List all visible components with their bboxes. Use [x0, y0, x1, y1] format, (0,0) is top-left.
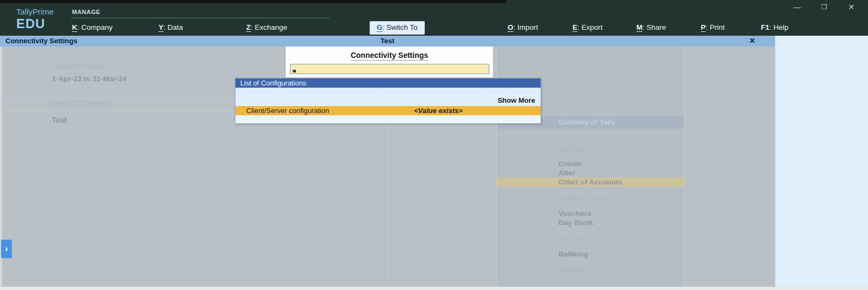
restore-icon[interactable]: ❐ [817, 1, 831, 13]
current-period-label: CURRENT PERIOD [50, 64, 106, 70]
current-period-value: 1-Apr-23 to 31-Mar-24 [52, 75, 127, 83]
menu-item-share[interactable]: M: Share [636, 23, 666, 31]
app-top-bar: TallyPrime EDU MANAGE K: Company Y: Data… [0, 0, 868, 36]
transactions-section-label: TRANSACTIONS [558, 196, 608, 202]
gateway-item-banking: BaNking [558, 250, 588, 258]
menu-item-import[interactable]: O: Import [508, 23, 538, 31]
configuration-input[interactable] [290, 64, 489, 74]
menu-item-print[interactable]: P: Print [701, 23, 725, 31]
menu-item-export[interactable]: E: Export [573, 23, 603, 31]
menu-item-switch-to[interactable]: G: Switch To [370, 22, 424, 34]
dialog-title: Connectivity Settings [286, 51, 493, 60]
text-cursor [293, 70, 296, 72]
gateway-item-chart-of-accounts: CHart of Accounts [558, 178, 622, 186]
close-window-icon[interactable]: ✕ [844, 1, 858, 13]
menu-item-company[interactable]: K: Company [72, 23, 113, 31]
bottom-window-edge [0, 287, 868, 290]
utilities-section-label: UTILITIES [558, 236, 588, 242]
menu-section-title: MANAGE [72, 9, 101, 15]
menu-item-exchange[interactable]: Z: Exchange [246, 23, 287, 31]
app-logo: TallyPrime [16, 7, 54, 16]
chevron-right-icon: › [5, 244, 8, 254]
gateway-item-alter: Alter [558, 169, 575, 177]
window-controls: — ❐ ✕ [790, 1, 858, 13]
show-more-option[interactable]: Show More [498, 96, 535, 104]
right-button-panel [775, 36, 868, 287]
menu-item-help[interactable]: F1: Help [761, 23, 788, 31]
masters-section-label: MASTERS [558, 146, 589, 153]
company-name-value: Test [52, 116, 67, 124]
reports-section-label: REPORTS [558, 267, 589, 274]
company-name-label: NAME OF COMPANY [50, 100, 111, 107]
close-report-icon[interactable]: ✕ [749, 36, 755, 45]
client-server-configuration-row[interactable]: Client/Server configuration <Value exist… [235, 106, 541, 115]
menu-item-data[interactable]: Y: Data [159, 23, 183, 31]
list-of-configurations-popup: List of Configurations Show More Client/… [235, 78, 541, 123]
company-name-center: Test [0, 37, 775, 45]
app-edition-label: EDU [16, 16, 45, 31]
expand-sidebar-button[interactable]: › [1, 240, 12, 258]
gateway-item-day-book: Day BooK [558, 219, 594, 227]
popup-header: List of Configurations [235, 78, 541, 88]
gateway-item-vouchers: Vouchers [558, 209, 591, 217]
report-title-bar: Connectivity Settings Test ✕ [0, 36, 775, 47]
minimize-icon[interactable]: — [790, 1, 804, 13]
top-black-strip [0, 0, 506, 3]
config-row-value: <Value exists> [414, 107, 463, 115]
connectivity-settings-dialog: Connectivity Settings [285, 47, 494, 78]
menu-section-divider [71, 18, 330, 18]
popup-body: Show More Client/Server configuration <V… [235, 88, 541, 123]
config-row-label: Client/Server configuration [246, 107, 329, 115]
gateway-item-create: Create [558, 160, 581, 168]
